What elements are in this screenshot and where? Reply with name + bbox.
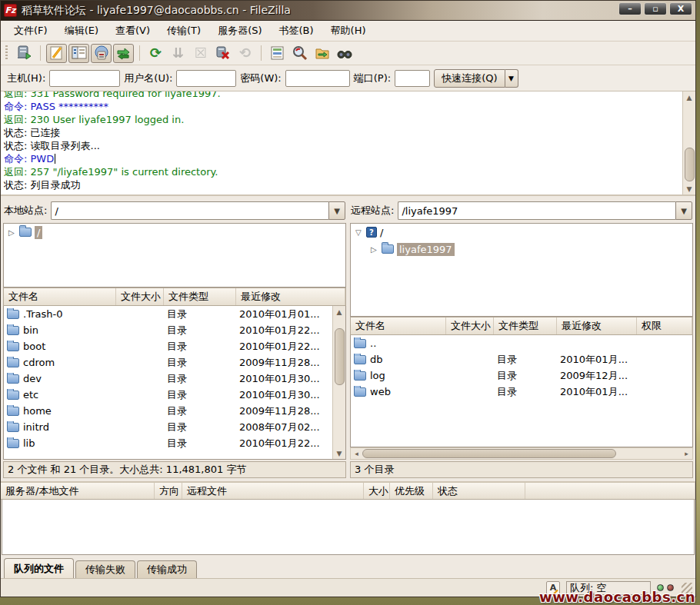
column-priority[interactable]: 优先级 <box>390 483 433 499</box>
scroll-left-icon[interactable]: ◂ <box>351 448 362 460</box>
scroll-up-icon[interactable]: ▲ <box>334 306 345 317</box>
quickconnect-dropdown-icon[interactable]: ▼ <box>505 69 518 88</box>
file-row[interactable]: log目录2009年12月... <box>351 367 692 384</box>
file-row[interactable]: .Trash-0目录2010年01月01... <box>4 306 332 322</box>
synchronized-browsing-icon[interactable] <box>312 44 332 63</box>
filezilla-window: Fz 稻草软件论坛 - liyafe1997@daocaobbs.cn - Fi… <box>0 0 696 597</box>
remote-tree-item-liyafe1997[interactable]: ▷ liyafe1997 <box>351 241 692 258</box>
file-row[interactable]: db目录2010年01月... <box>351 351 692 367</box>
toggle-transfer-queue-icon[interactable] <box>113 44 134 63</box>
minimize-button[interactable]: – <box>618 2 642 15</box>
file-row[interactable]: dev目录2010年01月30... <box>4 371 332 387</box>
disconnect-icon[interactable] <box>212 44 233 63</box>
column-modified[interactable]: 最近修改 <box>236 288 345 305</box>
file-row[interactable]: lib目录2010年01月22... <box>4 435 332 451</box>
host-label: 主机(H): <box>7 71 45 85</box>
local-file-list: .Trash-0目录2010年01月01... bin目录2010年01月22.… <box>3 306 346 460</box>
toggle-message-log-icon[interactable] <box>46 44 67 63</box>
password-input[interactable] <box>285 70 350 87</box>
toolbar-separator <box>261 45 262 61</box>
scroll-up-icon[interactable]: ▲ <box>684 91 695 103</box>
log-scrollbar-thumb[interactable] <box>685 148 695 181</box>
tab-failed-transfers[interactable]: 传输失败 <box>75 560 135 578</box>
collapse-icon[interactable]: ▽ <box>355 228 363 237</box>
remote-tree-item-root[interactable]: ▽ ? / <box>351 224 692 241</box>
remote-hscrollbar-thumb[interactable] <box>362 449 616 458</box>
log-scrollbar[interactable]: ▲ ▼ <box>682 91 695 194</box>
username-input[interactable] <box>176 70 236 87</box>
column-direction[interactable]: 方向 <box>155 483 182 499</box>
quickconnect-button[interactable]: 快速连接(Q) <box>434 69 505 88</box>
folder-icon <box>7 326 19 335</box>
watermark-text: www.daocaobbs.cn <box>539 589 695 605</box>
file-row[interactable]: .. <box>351 335 692 351</box>
directory-comparison-icon[interactable] <box>289 44 310 63</box>
menu-edit[interactable]: 编辑(E) <box>56 21 107 41</box>
column-filetype[interactable]: 文件类型 <box>164 288 236 305</box>
toggle-remote-tree-icon[interactable] <box>91 44 112 63</box>
queue-list[interactable] <box>2 500 695 555</box>
column-size[interactable]: 大小 <box>364 483 390 499</box>
queue-tabs: 队列的文件 传输失败 传输成功 <box>1 555 695 578</box>
remote-list-hscrollbar[interactable]: ◂ ▸ <box>350 447 693 460</box>
local-pane: 本地站点: ▼ ▷ / 文件名 文件大小 文件类型 <box>3 198 346 478</box>
port-input[interactable] <box>395 70 430 87</box>
remote-tree: ▽ ? / ▷ liyafe1997 <box>350 223 693 317</box>
file-row[interactable]: etc目录2010年01月30... <box>4 387 332 403</box>
maximize-button[interactable]: ▫ <box>644 2 667 15</box>
scroll-down-icon[interactable]: ▼ <box>334 447 345 459</box>
column-remote-file[interactable]: 远程文件 <box>182 483 364 499</box>
local-list-scrollbar[interactable]: ▲ ▼ <box>332 306 345 459</box>
local-site-dropdown-icon[interactable]: ▼ <box>328 201 345 220</box>
menu-transfer[interactable]: 传输(T) <box>158 21 209 41</box>
file-row[interactable]: boot目录2010年01月22... <box>4 338 332 354</box>
file-row[interactable]: web目录2010年01月... <box>351 384 692 400</box>
reconnect-icon[interactable]: ⟲ <box>235 44 255 63</box>
directory-filter-icon[interactable] <box>267 44 288 63</box>
column-filename[interactable]: 文件名 <box>351 317 446 334</box>
site-manager-icon[interactable] <box>14 44 35 63</box>
column-permissions[interactable]: 权限 <box>637 317 692 334</box>
scroll-right-icon[interactable]: ▸ <box>681 448 692 460</box>
scroll-down-icon[interactable]: ▼ <box>684 183 695 194</box>
file-row[interactable]: home目录2009年11月28... <box>4 403 332 419</box>
local-tree-item-root[interactable]: ▷ / <box>4 224 345 241</box>
remote-site-dropdown-icon[interactable]: ▼ <box>675 201 692 220</box>
local-list-scrollbar-thumb[interactable] <box>335 328 345 385</box>
menu-view[interactable]: 查看(V) <box>107 21 158 41</box>
file-row[interactable]: initrd目录2008年07月02... <box>4 419 332 435</box>
file-row[interactable]: bin目录2010年01月22... <box>4 322 332 338</box>
refresh-icon[interactable]: ⟳ <box>145 44 166 63</box>
find-files-icon[interactable] <box>334 44 355 63</box>
menu-server[interactable]: 服务器(S) <box>209 21 270 41</box>
close-button[interactable]: X <box>669 2 692 15</box>
file-row[interactable]: cdrom目录2009年11月28... <box>4 354 332 371</box>
toggle-local-tree-icon[interactable] <box>68 44 89 63</box>
column-filesize[interactable]: 文件大小 <box>446 317 494 334</box>
local-site-label: 本地站点: <box>4 204 47 218</box>
column-filetype[interactable]: 文件类型 <box>494 317 557 334</box>
host-input[interactable] <box>49 70 120 87</box>
column-server-local-file[interactable]: 服务器/本地文件 <box>1 483 155 499</box>
tab-successful-transfers[interactable]: 传输成功 <box>137 560 197 578</box>
expander-icon[interactable]: ▷ <box>8 228 16 237</box>
column-modified[interactable]: 最近修改 <box>557 317 637 334</box>
remote-list-header: 文件名 文件大小 文件类型 最近修改 权限 <box>350 317 693 335</box>
column-status[interactable]: 状态 <box>433 483 525 499</box>
titlebar[interactable]: Fz 稻草软件论坛 - liyafe1997@daocaobbs.cn - Fi… <box>1 1 695 21</box>
process-queue-icon[interactable]: ⇊ <box>168 44 188 63</box>
cancel-operation-icon[interactable]: ☒ <box>190 44 211 63</box>
folder-icon <box>7 391 19 400</box>
menu-help[interactable]: 帮助(H) <box>322 21 375 41</box>
column-filename[interactable]: 文件名 <box>4 288 116 305</box>
menu-bookmarks[interactable]: 书签(B) <box>271 21 322 41</box>
remote-pane: 远程站点: ▼ ▽ ? / ▷ liyafe1997 <box>350 198 693 478</box>
column-filesize[interactable]: 文件大小 <box>116 288 164 305</box>
tab-queued-files[interactable]: 队列的文件 <box>4 558 74 578</box>
local-site-input[interactable] <box>51 201 328 220</box>
remote-site-input[interactable] <box>398 201 675 220</box>
expander-icon[interactable]: ▷ <box>371 245 378 254</box>
folder-icon <box>7 374 19 384</box>
folder-icon <box>19 228 32 237</box>
menu-file[interactable]: 文件(F) <box>5 21 56 41</box>
